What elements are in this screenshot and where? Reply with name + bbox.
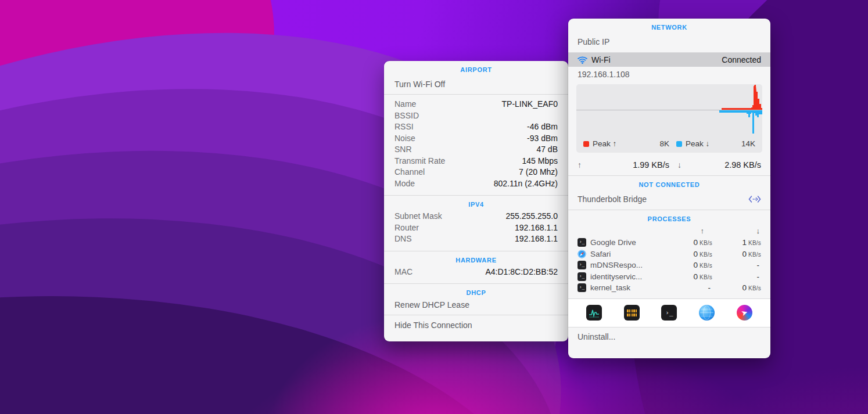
detail-row: Channel7 (20 Mhz)	[394, 167, 558, 178]
terminal-icon: ›_	[578, 238, 586, 247]
detail-row: Mode802.11n (2.4GHz)	[394, 178, 558, 190]
process-row[interactable]: Safari 0KB/s 0KB/s	[578, 249, 761, 260]
public-ip-menu-item[interactable]: Public IP	[568, 34, 770, 52]
process-upload-unit: KB/s	[700, 262, 712, 269]
process-upload-unit: KB/s	[700, 251, 712, 258]
turn-wifi-off-menu-item[interactable]: Turn Wi-Fi Off	[384, 76, 568, 94]
safari-icon	[578, 250, 586, 258]
wifi-ip-address: 192.168.1.108	[568, 67, 770, 82]
process-upload-value: -	[708, 283, 711, 292]
process-name: identityservic...	[590, 272, 667, 281]
process-row[interactable]: ›_ kernel_task - 0KB/s	[578, 282, 761, 294]
process-upload-value: 0	[694, 261, 698, 269]
detail-row: Router192.168.1.1	[394, 222, 558, 234]
detail-row: MACA4:D1:8C:D2:BB:52	[394, 267, 558, 278]
terminal-icon: ›_	[578, 261, 586, 269]
gauge-icon[interactable]: ➤	[737, 305, 752, 321]
process-row[interactable]: ›_ Google Drive 0KB/s 1KB/s	[578, 237, 761, 249]
detail-value: -93 dBm	[527, 133, 558, 145]
terminal-icon: ›_	[578, 283, 586, 292]
process-upload-value: 0	[694, 238, 698, 247]
hardware-section: MACA4:D1:8C:D2:BB:52	[384, 267, 568, 284]
download-graph	[576, 110, 762, 136]
detail-label: Channel	[394, 167, 425, 178]
detail-label: Mode	[394, 178, 415, 190]
network-section-title: NETWORK	[568, 19, 770, 34]
ipv4-section-title: IPV4	[384, 196, 568, 211]
detail-label: DNS	[394, 233, 412, 245]
process-download-value: 0	[743, 283, 747, 292]
process-download-unit: KB/s	[748, 240, 761, 246]
upload-graph	[576, 84, 762, 110]
hardware-section-title: HARDWARE	[384, 251, 568, 267]
clock-display-icon[interactable]	[624, 305, 640, 321]
process-download-unit: KB/s	[748, 285, 761, 291]
dhcp-section-title: DHCP	[384, 284, 568, 299]
peak-upload-swatch	[583, 141, 589, 147]
detail-row: NameTP-LINK_EAF0	[394, 99, 558, 110]
process-download-value: -	[757, 261, 760, 269]
process-name: mDNSRespo...	[590, 261, 667, 269]
process-row[interactable]: ›_ mDNSRespo... 0KB/s -	[578, 260, 761, 271]
upload-arrow-icon: ↑	[578, 160, 582, 170]
detail-row: RSSI-46 dBm	[394, 121, 558, 133]
renew-dhcp-menu-item[interactable]: Renew DHCP Lease	[384, 299, 568, 315]
bandwidth-graph: Peak ↑ 8K Peak ↓ 14K	[576, 84, 762, 153]
istat-sections-row: ›_ ➤	[568, 299, 770, 327]
process-download-unit: KB/s	[748, 251, 761, 258]
peak-download-label: Peak ↓	[686, 139, 709, 148]
process-name: kernel_task	[590, 283, 667, 292]
process-download-value: 0	[743, 250, 747, 258]
airport-section-title: AIRPORT	[384, 61, 568, 76]
detail-label: Transmit Rate	[394, 156, 445, 167]
detail-row: Subnet Mask255.255.255.0	[394, 211, 558, 222]
peak-upload-value: 8K	[659, 139, 669, 148]
detail-value: -46 dBm	[527, 121, 558, 133]
detail-row: SNR47 dB	[394, 144, 558, 156]
activity-graph-icon[interactable]	[586, 305, 602, 321]
graph-legend: Peak ↑ 8K Peak ↓ 14K	[576, 136, 762, 153]
wifi-interface-row[interactable]: Wi-Fi Connected	[568, 53, 770, 67]
wifi-details-section: NameTP-LINK_EAF0 BSSID RSSI-46 dBm Noise…	[384, 95, 568, 195]
detail-label: Subnet Mask	[394, 211, 442, 222]
detail-value: 47 dB	[536, 144, 558, 156]
download-column-icon: ↓	[712, 226, 761, 235]
detail-row: BSSID	[394, 110, 558, 122]
uninstall-menu-item[interactable]: Uninstall...	[568, 327, 770, 346]
process-name: Google Drive	[590, 238, 667, 247]
detail-row: Transmit Rate145 Mbps	[394, 156, 558, 167]
detail-value: A4:D1:8C:D2:BB:52	[485, 267, 558, 278]
processes-section-title: PROCESSES	[568, 210, 770, 225]
wifi-icon	[578, 56, 587, 64]
detail-label: Router	[394, 222, 419, 234]
processes-table: ↑ ↓ ›_ Google Drive 0KB/s 1KB/s Safari 0…	[568, 225, 770, 298]
process-row[interactable]: ›_ identityservic... 0KB/s -	[578, 271, 761, 283]
detail-label: SNR	[394, 144, 412, 156]
network-popover: NETWORK Public IP Wi-Fi Connected 192.16…	[568, 19, 770, 358]
detail-label: BSSID	[394, 110, 419, 122]
upload-rate-value: 1.99 KB/s	[633, 160, 669, 170]
detail-label: Name	[394, 99, 416, 110]
peak-download-value: 14K	[741, 139, 755, 148]
process-name: Safari	[590, 250, 667, 258]
hide-connection-menu-item[interactable]: Hide This Connection	[384, 315, 568, 335]
detail-row: DNS192.168.1.1	[394, 233, 558, 245]
peak-upload-label: Peak ↑	[593, 139, 616, 148]
process-download-value: 1	[743, 238, 747, 247]
detail-label: MAC	[394, 267, 413, 278]
detail-value: 802.11n (2.4GHz)	[494, 178, 558, 190]
current-rates-row: ↑ 1.99 KB/s ↓ 2.98 KB/s	[568, 156, 770, 175]
globe-icon[interactable]	[699, 305, 715, 321]
detail-value: 7 (20 Mhz)	[519, 167, 558, 178]
not-connected-section-title: NOT CONNECTED	[568, 176, 770, 191]
processes-column-headers: ↑ ↓	[578, 225, 761, 237]
terminal-icon: ›_	[578, 272, 586, 281]
wifi-status-label: Connected	[722, 55, 761, 64]
detail-row: Noise-93 dBm	[394, 133, 558, 145]
process-upload-unit: KB/s	[700, 240, 712, 246]
thunderbolt-bridge-row[interactable]: Thunderbolt Bridge	[568, 191, 770, 210]
detail-value: TP-LINK_EAF0	[502, 99, 558, 110]
ethernet-bridge-icon	[748, 195, 761, 203]
terminal-icon[interactable]: ›_	[661, 305, 677, 321]
detail-label: Noise	[394, 133, 415, 145]
